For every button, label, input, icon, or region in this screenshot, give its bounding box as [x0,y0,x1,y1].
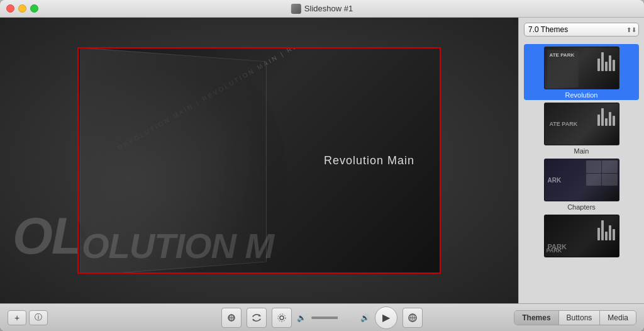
minimize-button[interactable] [18,4,26,13]
theme-thumbnail-main [544,103,619,145]
extras-bar4 [609,225,611,240]
play-button[interactable]: ▶ [375,306,397,329]
toolbar-tabs: Themes Buttons Media [514,310,636,325]
main-content: OLUTION M REVOLUTION MAIN | REVOLUTION M… [0,18,644,303]
add-button[interactable]: + [8,310,26,325]
maximize-button[interactable] [30,4,38,13]
window-title: Slideshow #1 [304,4,353,13]
window-title-area: Slideshow #1 [291,4,353,14]
theme-thumbnail-chapters: ARK [544,159,619,201]
network-button[interactable] [221,308,242,328]
sidebar: 7.0 Themes 6.0 Themes Custom Themes ⬆⬇ [518,18,644,303]
toolbar-left: + ⓘ [8,310,48,325]
grid-cell-4 [602,174,618,186]
volume-high-icon: 🔊 [360,313,370,322]
preview-frame: REVOLUTION MAIN | REVOLUTION MAIN | REVO… [77,47,441,274]
grid-cell-1 [586,160,602,173]
extras-bar2 [601,220,604,240]
thumb-extras-bars [597,220,615,240]
main-bar4 [609,112,611,126]
inner-watermark: OLUTION M [82,225,274,266]
close-button[interactable] [6,4,14,13]
theme-dropdown-container: 7.0 Themes 6.0 Themes Custom Themes ⬆⬇ [519,18,644,42]
thumbnail-bars [597,52,615,71]
bar1 [597,59,600,71]
main-bar2 [601,108,604,126]
globe-icon [408,313,418,323]
theme-select[interactable]: 7.0 Themes 6.0 Themes Custom Themes [524,23,639,36]
preview-area: OLUTION M REVOLUTION MAIN | REVOLUTION M… [0,18,518,303]
window-controls [0,4,38,13]
tab-themes[interactable]: Themes [514,311,558,325]
theme-group-revolution: ATE PARK Revolution [519,42,644,260]
theme-item-chapters[interactable]: ARK Chapters [524,156,639,212]
main-bar3 [605,118,608,126]
theme-item-extras[interactable]: PARK [524,212,639,259]
volume-slider[interactable] [311,317,355,319]
slide-title: Revolution Main [324,154,414,167]
preview-inner-bg: REVOLUTION MAIN | REVOLUTION MAIN | REVO… [79,48,440,272]
svg-point-4 [280,316,284,320]
grid-cell-3 [586,174,602,186]
globe-button[interactable] [402,308,423,328]
app-window: Slideshow #1 OLUTION M REVOLUTION MAIN |… [0,0,644,331]
bar2 [601,52,604,71]
extras-bar3 [605,232,608,240]
chapters-grid [586,160,618,186]
thumb-extras-text: PARK [547,247,562,254]
grid-cell-2 [602,160,618,173]
thumb-main-bars [597,108,615,126]
settings-icon [277,313,287,323]
volume-low-icon: 🔈 [297,313,306,322]
theme-thumbnail-extras: PARK [544,215,619,257]
extras-bar5 [613,229,615,240]
network-icon [226,313,236,322]
theme-thumbnail-revolution: ATE PARK [544,47,619,89]
theme-label-main: Main [574,147,589,155]
settings-button[interactable] [272,308,292,328]
theme-item-revolution[interactable]: ATE PARK Revolution [524,44,639,100]
svg-point-5 [278,314,286,322]
bar3 [605,62,608,71]
theme-label-chapters: Chapters [567,203,596,211]
extras-bar1 [597,228,600,240]
main-bar5 [613,116,615,126]
tab-media[interactable]: Media [600,311,636,325]
themes-list[interactable]: ATE PARK Revolution [519,42,644,303]
theme-select-wrapper[interactable]: 7.0 Themes 6.0 Themes Custom Themes ⬆⬇ [524,23,639,36]
tab-buttons[interactable]: Buttons [559,311,601,325]
app-icon [291,4,301,14]
info-button[interactable]: ⓘ [29,310,48,325]
bar5 [613,60,615,71]
theme-item-main[interactable]: Main [524,100,639,156]
thumb-text-revolution: ATE PARK [550,52,575,58]
bar4 [609,55,611,71]
toolbar-transport: 🔈 🔊 ▶ [221,306,423,329]
loop-icon [252,313,262,322]
toolbar: + ⓘ [0,303,644,331]
loop-button[interactable] [247,308,267,328]
titlebar: Slideshow #1 [0,0,644,18]
thumb-chapters-text: ARK [548,177,562,184]
theme-label-revolution: Revolution [565,91,598,99]
main-bar1 [597,115,600,126]
